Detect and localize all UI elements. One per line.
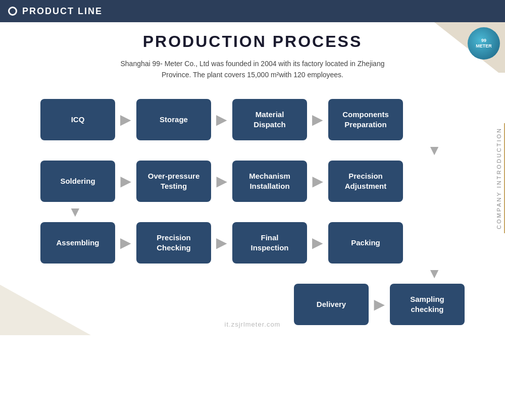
header-bar: PRODUCT LINE xyxy=(0,0,505,22)
main-content: 99 METER COMPANY INTRODUCTION PRODUCTION… xyxy=(0,22,505,335)
arrow-r3-2: ▶ xyxy=(216,234,227,251)
flow-row-2: Soldering ◀ Over-pressureTesting ◀ Mecha… xyxy=(40,161,465,202)
content-area: PRODUCTION PROCESS Shanghai 99- Meter Co… xyxy=(30,22,475,325)
arrow-r4-1: ◀ xyxy=(374,296,385,312)
arrow-r1-1: ▶ xyxy=(120,111,131,128)
process-assembling: Assembling xyxy=(40,222,115,264)
logo-area: 99 METER xyxy=(434,22,505,73)
arrow-r2-3: ◀ xyxy=(312,173,323,189)
process-packing: Packing xyxy=(328,222,403,264)
subtitle-line1: Shanghai 99- Meter Co., Ltd was founded … xyxy=(121,60,385,68)
process-precision-adjustment: PrecisionAdjustment xyxy=(328,161,403,202)
flow-row-1: ICQ ▶ Storage ▶ MaterialDispatch ▶ Compo… xyxy=(40,99,465,140)
arrow-down-right-1: ▼ xyxy=(40,142,465,159)
process-icq: ICQ xyxy=(40,99,115,140)
page-subtitle: Shanghai 99- Meter Co., Ltd was founded … xyxy=(30,58,475,81)
process-precision-checking: PrecisionChecking xyxy=(136,222,211,264)
flow-row-4: Delivery ◀ Samplingchecking xyxy=(40,284,465,325)
side-label: COMPANY INTRODUCTION xyxy=(494,123,505,233)
arrow-r3-3: ▶ xyxy=(312,234,323,251)
logo-circle: 99 METER xyxy=(468,27,500,60)
arrow-r3-1: ▶ xyxy=(120,234,131,251)
arrow-down-right-2: ▼ xyxy=(40,266,465,282)
arrow-r2-1: ◀ xyxy=(120,173,131,189)
process-material-dispatch: MaterialDispatch xyxy=(232,99,307,140)
process-sampling-checking: Samplingchecking xyxy=(390,284,465,325)
arrow-down-left-1: ▼ xyxy=(40,204,465,220)
header-circle-icon xyxy=(8,7,17,16)
arrow-r1-3: ▶ xyxy=(312,111,323,128)
process-final-inspection: FinalInspection xyxy=(232,222,307,264)
page-title: PRODUCTION PROCESS xyxy=(30,32,475,51)
process-storage: Storage xyxy=(136,99,211,140)
logo-text-line2: METER xyxy=(476,43,492,49)
flow-row-3: Assembling ▶ PrecisionChecking ▶ FinalIn… xyxy=(40,222,465,264)
arrow-r2-2: ◀ xyxy=(216,173,227,189)
bottom-decoration xyxy=(0,285,91,335)
watermark: it.zsjrlmeter.com xyxy=(225,321,281,328)
process-soldering: Soldering xyxy=(40,161,115,202)
logo-text-line1: 99 xyxy=(481,38,486,43)
bottom-triangle xyxy=(0,285,91,335)
arrow-r1-2: ▶ xyxy=(216,111,227,128)
process-components-preparation: ComponentsPreparation xyxy=(328,99,403,140)
subtitle-line2: Province. The plant covers 15,000 m²with… xyxy=(162,71,343,79)
process-over-pressure-testing: Over-pressureTesting xyxy=(136,161,211,202)
process-delivery: Delivery xyxy=(294,284,369,325)
process-mechanism-installation: MechanismInstallation xyxy=(232,161,307,202)
header-title: PRODUCT LINE xyxy=(22,6,103,17)
flow-diagram: ICQ ▶ Storage ▶ MaterialDispatch ▶ Compo… xyxy=(30,99,475,325)
